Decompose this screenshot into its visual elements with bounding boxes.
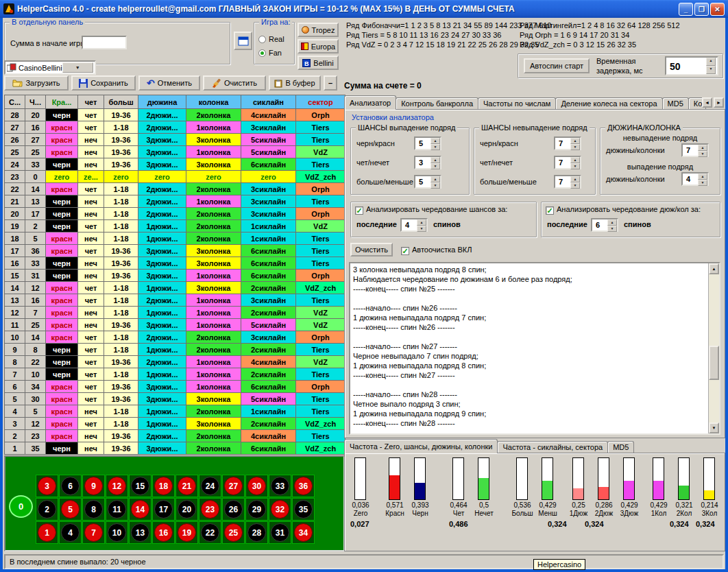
board-number-27[interactable]: 27: [224, 477, 243, 495]
board-number-34[interactable]: 34: [294, 523, 313, 542]
appear-blackred-spinedit[interactable]: 5▲▼: [414, 136, 441, 150]
dozen-noappear-spinedit[interactable]: 7▲▼: [681, 143, 709, 157]
board-cell[interactable]: 4: [59, 521, 82, 544]
tab-freq-zero-chances[interactable]: Частота - Zero, шансы, дюжины, колонки: [344, 439, 498, 453]
board-cell[interactable]: 8: [82, 498, 105, 521]
log-scrollbar[interactable]: ▲ ▼: [708, 263, 719, 433]
spin-up[interactable]: ▲: [430, 176, 440, 182]
board-cell[interactable]: 30: [245, 475, 268, 497]
board-cell[interactable]: 21: [175, 475, 198, 497]
radio-real[interactable]: Real: [258, 35, 284, 43]
delay-spin-up[interactable]: ▲: [706, 58, 716, 66]
europa-button[interactable]: Europa: [298, 39, 339, 53]
board-cell[interactable]: 2: [36, 498, 58, 521]
board-number-30[interactable]: 30: [247, 477, 266, 495]
board-cell[interactable]: 6: [59, 475, 82, 497]
alt-dozen-checkbox[interactable]: ✓Анализировать чередование дюж/кол за:: [546, 205, 701, 215]
noappear-evenodd-spinedit[interactable]: 7▲▼: [554, 156, 581, 169]
alt-chances-spinedit[interactable]: 4▲▼: [400, 218, 428, 232]
tab-freq-md5[interactable]: MD5: [607, 441, 634, 453]
spin-down[interactable]: ▼: [698, 180, 707, 186]
board-number-26[interactable]: 26: [224, 500, 243, 519]
board-number-16[interactable]: 16: [154, 523, 173, 542]
scroll-down-icon[interactable]: ▼: [709, 422, 719, 433]
tab-bankroll-control[interactable]: Контроль банкролла: [396, 97, 478, 110]
tab-freq-sixlines-sectors[interactable]: Частота - сиклайны, сектора: [497, 441, 608, 453]
board-number-21[interactable]: 21: [178, 477, 196, 495]
spin-down[interactable]: ▼: [607, 226, 617, 232]
tab-scroll-right-icon[interactable]: ►: [714, 97, 724, 108]
scroll-up-icon[interactable]: ▲: [709, 263, 719, 274]
to-clipboard-button[interactable]: В буфер: [269, 75, 321, 91]
board-cell[interactable]: 27: [222, 475, 245, 497]
board-cell[interactable]: 13: [129, 521, 151, 544]
board-cell[interactable]: 1: [36, 521, 58, 544]
spin-up[interactable]: ▲: [698, 174, 707, 180]
board-number-12[interactable]: 12: [108, 477, 126, 495]
board-number-32[interactable]: 32: [271, 500, 289, 519]
board-cell[interactable]: 14: [129, 498, 151, 521]
board-number-23[interactable]: 23: [201, 500, 219, 519]
bellini-button[interactable]: BBellini: [298, 56, 339, 70]
clear-button[interactable]: Очистить: [203, 75, 266, 91]
save-button[interactable]: Сохранить: [71, 75, 136, 91]
board-cell[interactable]: 32: [269, 498, 291, 521]
close-button[interactable]: ✕: [710, 3, 725, 16]
spin-up[interactable]: ▲: [430, 138, 440, 144]
spin-up[interactable]: ▲: [698, 145, 707, 151]
spin-down[interactable]: ▼: [570, 182, 580, 189]
board-number-13[interactable]: 13: [131, 523, 149, 542]
board-number-14[interactable]: 14: [131, 500, 149, 519]
board-number-2[interactable]: 2: [38, 500, 56, 519]
board-number-6[interactable]: 6: [61, 477, 80, 495]
board-number-18[interactable]: 18: [154, 477, 173, 495]
scrollbar-thumb[interactable]: [709, 346, 719, 380]
spin-up[interactable]: ▲: [430, 157, 440, 163]
board-cell[interactable]: 16: [152, 521, 175, 544]
board-number-35[interactable]: 35: [294, 500, 313, 519]
undo-button[interactable]: ↶ Отменить: [138, 75, 200, 91]
board-number-17[interactable]: 17: [154, 500, 173, 519]
board-cell[interactable]: 11: [106, 498, 128, 521]
board-number-24[interactable]: 24: [201, 477, 219, 495]
tropez-button[interactable]: Tropez: [298, 23, 339, 37]
spin-down[interactable]: ▼: [430, 163, 440, 169]
spin-up[interactable]: ▲: [570, 138, 580, 144]
autoclear-checkbox[interactable]: ✓Автоочистка ВКЛ: [401, 246, 472, 255]
spin-down[interactable]: ▼: [698, 151, 707, 157]
combo-dropdown-arrow[interactable]: ▼: [62, 62, 93, 73]
start-sum-input[interactable]: [82, 36, 127, 49]
board-number-19[interactable]: 19: [178, 523, 196, 542]
board-cell[interactable]: 19: [175, 521, 198, 544]
tab-scroll-left-icon[interactable]: ◄: [702, 97, 712, 108]
casino-combobox[interactable]: CasinoBellini ▼: [4, 60, 96, 75]
board-number-22[interactable]: 22: [201, 523, 219, 542]
alt-chances-checkbox[interactable]: ✓Анализировать чередование шансов за:: [355, 205, 507, 215]
tab-analyzer[interactable]: Анализатор: [344, 95, 396, 110]
board-cell[interactable]: 24: [199, 475, 221, 497]
radio-fan[interactable]: Fan: [258, 49, 282, 57]
board-cell[interactable]: 9: [82, 475, 105, 497]
board-number-3[interactable]: 3: [38, 477, 56, 495]
board-number-5[interactable]: 5: [61, 500, 80, 519]
noappear-blackred-spinedit[interactable]: 7▲▼: [554, 136, 581, 150]
board-number-0[interactable]: 0: [9, 495, 33, 518]
analyzer-log[interactable]: 3 колонка невыпадала подряд 8 спин; Набл…: [349, 262, 720, 435]
board-number-33[interactable]: 33: [271, 477, 289, 495]
spin-down[interactable]: ▼: [430, 144, 440, 150]
board-number-31[interactable]: 31: [271, 523, 289, 542]
board-cell[interactable]: 23: [199, 498, 221, 521]
board-number-9[interactable]: 9: [84, 477, 103, 495]
board-cell[interactable]: 36: [292, 475, 315, 497]
board-cell[interactable]: 31: [269, 521, 291, 544]
board-number-25[interactable]: 25: [224, 523, 243, 542]
board-number-11[interactable]: 11: [108, 500, 126, 519]
spin-down[interactable]: ▼: [417, 226, 426, 232]
board-number-4[interactable]: 4: [61, 523, 80, 542]
spin-up[interactable]: ▲: [570, 157, 580, 163]
board-cell[interactable]: 20: [175, 498, 198, 521]
minimize-button[interactable]: _: [679, 3, 693, 16]
analyzer-clear-button[interactable]: Очистить: [350, 243, 393, 257]
board-cell[interactable]: 28: [245, 521, 268, 544]
maximize-button[interactable]: ❐: [694, 3, 709, 16]
